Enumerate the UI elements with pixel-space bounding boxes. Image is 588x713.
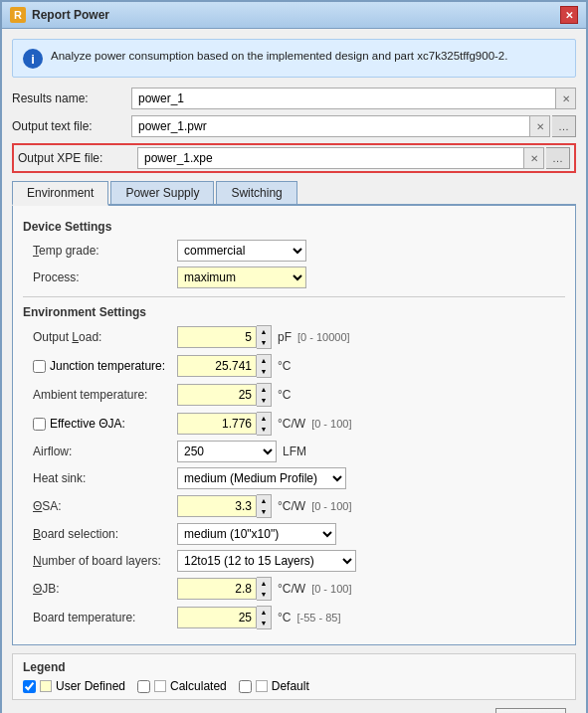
window-icon: R (10, 7, 26, 23)
board-temp-spin: ▲ ▼ (257, 606, 272, 629)
legend-calculated-box (154, 680, 166, 692)
output-text-clear-btn[interactable]: ✕ (530, 115, 550, 137)
board-temp-row: Board temperature: ▲ ▼ °C [-55 - 85] (23, 606, 565, 629)
legend-user-box (40, 680, 52, 692)
window-title: Report Power (32, 8, 109, 22)
process-dropdown-wrap: minimum typical maximum (177, 267, 306, 288)
sjb-input[interactable] (177, 578, 257, 600)
junction-temp-up[interactable]: ▲ (257, 355, 271, 366)
output-load-down[interactable]: ▼ (257, 337, 271, 348)
ssa-down[interactable]: ▼ (257, 506, 271, 517)
junction-temp-down[interactable]: ▼ (257, 366, 271, 377)
legend-user-label: User Defined (56, 679, 125, 693)
sjb-spin: ▲ ▼ (257, 577, 272, 601)
board-temp-down[interactable]: ▼ (257, 618, 271, 628)
junction-temp-checkbox[interactable] (33, 360, 46, 373)
output-text-label: Output text file: (12, 119, 131, 133)
board-selection-select[interactable]: small medium (10"x10") large (177, 523, 336, 545)
sjb-input-wrap: ▲ ▼ (177, 577, 272, 601)
ssa-unit: °C/W (278, 499, 305, 513)
info-message: Analyze power consumption based on the i… (51, 48, 507, 64)
heat-sink-dropdown-wrap: none low (Low Profile) medium (Medium Pr… (177, 467, 346, 489)
output-load-label: Output Load: (33, 330, 177, 344)
output-load-unit: pF (278, 330, 292, 344)
output-load-up[interactable]: ▲ (257, 326, 271, 337)
output-load-input[interactable] (177, 326, 257, 348)
legend-default-checkbox[interactable] (239, 680, 252, 693)
ambient-temp-input[interactable] (177, 384, 257, 406)
output-load-spin: ▲ ▼ (257, 325, 272, 349)
airflow-unit: LFM (283, 445, 306, 458)
ssa-spin: ▲ ▼ (257, 494, 272, 518)
results-name-clear-btn[interactable]: ✕ (556, 88, 576, 109)
temp-grade-select[interactable]: commercial industrial extended (177, 240, 306, 262)
board-layers-select[interactable]: 8to11 12to15 (12 to 15 Layers) 16plus (177, 550, 356, 572)
ambient-temp-up[interactable]: ▲ (257, 384, 271, 395)
output-load-range: [0 - 10000] (297, 331, 350, 343)
results-name-input[interactable] (131, 88, 556, 109)
output-text-input[interactable] (131, 115, 530, 137)
tab-environment[interactable]: Environment (12, 181, 108, 206)
airflow-select[interactable]: 0 100 250 500 (177, 441, 277, 462)
ambient-temp-label: Ambient temperature: (33, 388, 177, 402)
effective-sja-unit: °C/W (278, 417, 305, 431)
board-temp-range: [-55 - 85] (296, 612, 340, 624)
output-xpe-row: Output XPE file: ✕ … (12, 143, 576, 173)
output-text-input-wrap: ✕ (131, 115, 550, 137)
junction-temp-input[interactable] (177, 355, 257, 377)
main-window: R Report Power ✕ i Analyze power consump… (0, 0, 588, 713)
output-text-row: Output text file: ✕ … (12, 115, 576, 137)
board-temp-up[interactable]: ▲ (257, 607, 271, 618)
board-temp-input[interactable] (177, 607, 257, 628)
ambient-temp-down[interactable]: ▼ (257, 395, 271, 406)
tab-switching[interactable]: Switching (216, 181, 296, 204)
sjb-up[interactable]: ▲ (257, 578, 271, 589)
device-settings-title: Device Settings (23, 220, 565, 234)
ambient-temp-unit: °C (278, 388, 291, 402)
output-xpe-browse-btn[interactable]: … (546, 147, 570, 169)
junction-temp-label: Junction temperature: (50, 359, 165, 373)
output-xpe-input[interactable] (137, 147, 524, 169)
results-name-label: Results name: (12, 91, 131, 105)
effective-sja-up[interactable]: ▲ (257, 413, 271, 424)
legend-calculated: Calculated (137, 679, 227, 693)
ssa-input[interactable] (177, 495, 257, 517)
ambient-temp-row: Ambient temperature: ▲ ▼ °C (23, 383, 565, 407)
sjb-range: [0 - 100] (311, 583, 351, 595)
info-bar: i Analyze power consumption based on the… (12, 39, 576, 78)
sjb-unit: °C/W (278, 582, 305, 596)
legend-default: Default (239, 679, 309, 693)
legend-default-label: Default (272, 679, 309, 693)
board-layers-label: Number of board layers: (33, 554, 177, 568)
title-bar-left: R Report Power (10, 7, 109, 23)
effective-sja-input[interactable] (177, 413, 257, 435)
legend-title: Legend (23, 660, 565, 674)
cancel-button[interactable]: Cancel (495, 708, 566, 713)
output-xpe-clear-btn[interactable]: ✕ (524, 147, 544, 169)
board-selection-label: Board selection: (33, 527, 177, 541)
sjb-down[interactable]: ▼ (257, 589, 271, 600)
legend-user-defined-checkbox[interactable] (23, 680, 36, 693)
close-button[interactable]: ✕ (560, 6, 578, 24)
heat-sink-row: Heat sink: none low (Low Profile) medium… (23, 467, 565, 489)
environment-settings-title: Environment Settings (23, 305, 565, 319)
airflow-label: Airflow: (33, 445, 177, 458)
legend-calculated-checkbox[interactable] (137, 680, 150, 693)
board-layers-row: Number of board layers: 8to11 12to15 (12… (23, 550, 565, 572)
airflow-row: Airflow: 0 100 250 500 LFM (23, 441, 565, 462)
heat-sink-select[interactable]: none low (Low Profile) medium (Medium Pr… (177, 467, 346, 489)
results-name-input-wrap: ✕ (131, 88, 576, 109)
effective-sja-down[interactable]: ▼ (257, 424, 271, 435)
output-load-input-wrap: ▲ ▼ (177, 325, 272, 349)
ssa-row: ΘSA: ▲ ▼ °C/W [0 - 100] (23, 494, 565, 518)
effective-sja-checkbox[interactable] (33, 418, 46, 431)
junction-temp-input-wrap: ▲ ▼ (177, 354, 272, 378)
tab-power-supply[interactable]: Power Supply (110, 181, 214, 204)
output-text-browse-btn[interactable]: … (552, 115, 576, 137)
tab-content-environment: Device Settings Temp grade: commercial i… (12, 206, 576, 645)
process-select[interactable]: minimum typical maximum (177, 267, 306, 288)
info-icon: i (23, 49, 43, 69)
ssa-up[interactable]: ▲ (257, 495, 271, 506)
board-temp-label: Board temperature: (33, 611, 177, 624)
effective-sja-input-wrap: ▲ ▼ (177, 412, 272, 436)
